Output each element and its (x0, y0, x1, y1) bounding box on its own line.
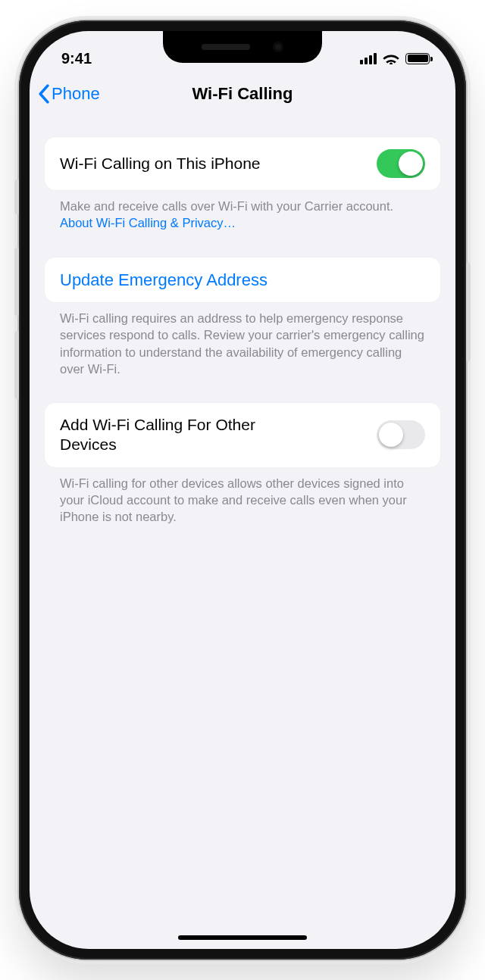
other-devices-footer-text: Wi-Fi calling for other devices allows o… (60, 476, 407, 524)
volume-up-button (14, 248, 19, 316)
wifi-calling-toggle[interactable] (377, 149, 425, 178)
battery-icon (405, 53, 430, 64)
settings-content: Wi-Fi Calling on This iPhone Make and re… (30, 114, 455, 525)
wifi-calling-row: Wi-Fi Calling on This iPhone (45, 137, 440, 190)
wifi-calling-label: Wi-Fi Calling on This iPhone (60, 154, 261, 173)
other-devices-row: Add Wi-Fi Calling For Other Devices (45, 403, 440, 467)
home-indicator[interactable] (178, 935, 307, 940)
emergency-address-footer-text: Wi-Fi calling requires an address to hel… (60, 311, 424, 376)
cellular-signal-icon (360, 52, 377, 64)
update-emergency-address-label: Update Emergency Address (60, 270, 268, 291)
emergency-address-footer: Wi-Fi calling requires an address to hel… (45, 302, 440, 377)
front-camera (273, 42, 283, 52)
other-devices-toggle[interactable] (377, 420, 425, 449)
screen: 9:41 (30, 31, 455, 949)
iphone-device-frame: 9:41 (19, 20, 466, 960)
page-title: Wi-Fi Calling (192, 84, 293, 104)
other-devices-footer: Wi-Fi calling for other devices allows o… (45, 467, 440, 526)
navigation-bar: Phone Wi-Fi Calling (30, 73, 455, 114)
wifi-calling-footer-text: Make and receive calls over Wi-Fi with y… (60, 199, 393, 213)
chevron-left-icon (37, 84, 50, 104)
back-button[interactable]: Phone (37, 84, 100, 104)
other-devices-group: Add Wi-Fi Calling For Other Devices Wi-F… (45, 403, 440, 525)
status-time: 9:41 (61, 50, 92, 67)
emergency-address-group: Update Emergency Address Wi-Fi calling r… (45, 257, 440, 378)
wifi-calling-group: Wi-Fi Calling on This iPhone Make and re… (45, 137, 440, 232)
update-emergency-address-row[interactable]: Update Emergency Address (45, 257, 440, 303)
side-button (466, 263, 471, 361)
wifi-icon (383, 52, 399, 64)
back-button-label: Phone (52, 84, 100, 104)
volume-down-button (14, 331, 19, 399)
speaker-grille (202, 44, 250, 50)
notch (163, 31, 322, 63)
mute-switch (14, 179, 19, 214)
about-wifi-calling-privacy-link[interactable]: About Wi-Fi Calling & Privacy… (60, 216, 236, 229)
wifi-calling-footer: Make and receive calls over Wi-Fi with y… (45, 190, 440, 232)
status-icons (360, 52, 430, 64)
other-devices-label: Add Wi-Fi Calling For Other Devices (60, 415, 287, 455)
